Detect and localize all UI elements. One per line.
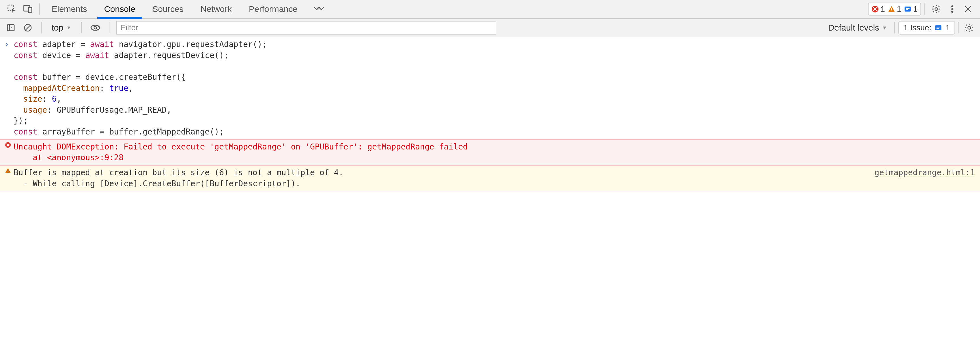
console-settings-icon[interactable] <box>963 21 976 35</box>
tab-label: Console <box>104 4 135 14</box>
filter-input[interactable] <box>116 21 496 35</box>
tab-console[interactable]: Console <box>95 0 144 18</box>
console-input-row: › const adapter = await navigator.gpu.re… <box>0 37 980 139</box>
svg-rect-20 <box>937 27 940 27</box>
issues-label: 1 Issue: <box>904 23 931 32</box>
svg-point-11 <box>951 8 953 10</box>
chevron-down-icon: ▼ <box>66 25 72 31</box>
svg-point-18 <box>94 27 96 29</box>
svg-rect-8 <box>906 10 908 10</box>
kebab-menu-icon[interactable] <box>944 1 960 17</box>
message-counts[interactable]: 1 1 1 <box>868 3 921 16</box>
console-error-row: Uncaught DOMException: Failed to execute… <box>0 139 980 166</box>
issues-button[interactable]: 1 Issue: 1 <box>898 21 955 35</box>
svg-rect-4 <box>891 8 892 10</box>
error-count-value: 1 <box>880 5 885 14</box>
info-count: 1 <box>904 5 918 14</box>
svg-rect-19 <box>935 25 942 30</box>
svg-point-9 <box>935 8 938 11</box>
inspect-element-icon[interactable] <box>4 1 20 17</box>
info-count-value: 1 <box>913 5 918 14</box>
devtools-tabbar: Elements Console Sources Network Perform… <box>0 0 980 19</box>
tab-label: Network <box>200 4 232 14</box>
console-warning-row: getmappedrange.html:1Buffer is mapped at… <box>0 166 980 192</box>
source-link[interactable]: getmappedrange.html:1 <box>875 167 975 178</box>
issues-count: 1 <box>945 23 950 32</box>
svg-line-16 <box>25 25 30 30</box>
svg-rect-24 <box>8 169 8 171</box>
separator <box>958 22 959 33</box>
chevron-down-icon: ▼ <box>882 25 887 31</box>
separator <box>109 22 110 33</box>
separator <box>924 3 925 15</box>
tab-performance[interactable]: Performance <box>240 0 306 18</box>
log-levels-select[interactable]: Default levels ▼ <box>824 23 891 33</box>
execution-context-select[interactable]: top ▼ <box>49 23 74 33</box>
clear-console-icon[interactable] <box>21 21 35 35</box>
info-icon <box>904 5 912 13</box>
levels-label: Default levels <box>828 23 879 33</box>
error-count: 1 <box>872 5 885 14</box>
svg-rect-6 <box>905 6 911 11</box>
tab-label: Performance <box>249 4 298 14</box>
svg-rect-21 <box>937 28 939 28</box>
warning-icon <box>5 167 14 189</box>
warning-count: 1 <box>888 5 902 14</box>
error-icon <box>872 5 879 13</box>
warning-icon <box>888 5 895 13</box>
svg-point-17 <box>91 25 100 30</box>
settings-icon[interactable] <box>928 1 944 17</box>
svg-point-22 <box>968 26 970 29</box>
svg-rect-7 <box>906 8 910 9</box>
context-label: top <box>52 23 64 33</box>
svg-rect-5 <box>891 11 892 11</box>
device-toolbar-icon[interactable] <box>20 1 36 17</box>
tab-label: Sources <box>152 4 183 14</box>
svg-point-12 <box>951 11 953 13</box>
svg-rect-25 <box>8 172 8 173</box>
input-chevron-icon: › <box>5 39 14 138</box>
more-tabs-button[interactable] <box>306 0 332 18</box>
separator <box>39 3 40 15</box>
svg-point-10 <box>951 5 953 7</box>
warning-message[interactable]: getmappedrange.html:1Buffer is mapped at… <box>14 167 975 189</box>
warning-count-value: 1 <box>897 5 902 14</box>
close-icon[interactable] <box>960 1 976 17</box>
separator <box>81 22 82 33</box>
console-toolbar: top ▼ Default levels ▼ 1 Issue: 1 <box>0 19 980 37</box>
sidebar-toggle-icon[interactable] <box>4 21 18 35</box>
separator <box>894 22 895 33</box>
tab-label: Elements <box>52 4 87 14</box>
console-output: › const adapter = await navigator.gpu.re… <box>0 37 980 192</box>
tab-elements[interactable]: Elements <box>43 0 95 18</box>
live-expression-icon[interactable] <box>89 21 102 35</box>
separator <box>41 22 42 33</box>
error-message[interactable]: Uncaught DOMException: Failed to execute… <box>14 142 975 163</box>
input-code[interactable]: const adapter = await navigator.gpu.requ… <box>14 39 975 138</box>
panel-tabs: Elements Console Sources Network Perform… <box>43 0 332 18</box>
tab-network[interactable]: Network <box>192 0 240 18</box>
tab-sources[interactable]: Sources <box>144 0 192 18</box>
svg-rect-2 <box>29 7 32 13</box>
info-icon <box>935 24 942 32</box>
error-icon <box>5 142 14 163</box>
